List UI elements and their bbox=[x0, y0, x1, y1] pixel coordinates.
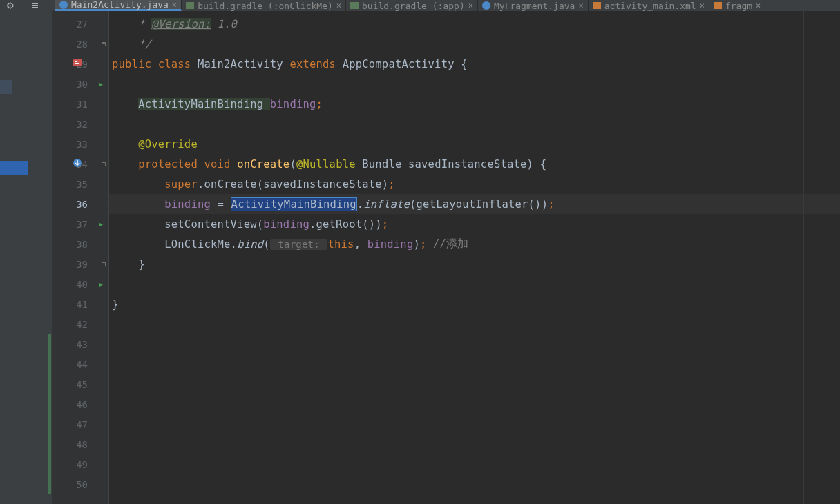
code-line[interactable] bbox=[109, 374, 840, 394]
settings-icon[interactable]: ⚙ bbox=[7, 0, 19, 8]
code-line[interactable]: LOnClickMe.bind( target: this, binding);… bbox=[109, 234, 840, 254]
code-line[interactable]: binding = ActivityMainBinding.inflate(ge… bbox=[109, 194, 840, 214]
run-icon[interactable] bbox=[99, 280, 103, 288]
tab-fragment-xml[interactable]: fragm × bbox=[709, 0, 765, 11]
o: ( bbox=[263, 238, 270, 251]
line-number[interactable]: 37 bbox=[52, 214, 108, 234]
code-line[interactable] bbox=[109, 334, 840, 354]
xml-file-icon bbox=[593, 2, 601, 9]
code-line[interactable]: protected void onCreate(@Nullable Bundle… bbox=[109, 154, 840, 174]
kw: super bbox=[164, 178, 198, 191]
close-icon[interactable]: × bbox=[172, 0, 177, 10]
code-line[interactable] bbox=[109, 474, 840, 494]
code-editor[interactable]: * @Version: 1.0 */ public class Main2Act… bbox=[109, 11, 840, 504]
java-file-icon bbox=[482, 1, 490, 10]
fold-icon[interactable]: ⊟ bbox=[102, 160, 106, 168]
i bbox=[112, 98, 138, 110]
code-line[interactable]: } bbox=[109, 254, 840, 274]
line-number[interactable]: 50 bbox=[52, 474, 108, 494]
close-icon[interactable]: × bbox=[700, 1, 705, 10]
tab-label: build.gradle (:onClickMe) bbox=[198, 1, 333, 11]
tab-activity-main-xml[interactable]: activity_main.xml × bbox=[589, 0, 709, 11]
class-gutter-icon[interactable] bbox=[73, 58, 84, 68]
line-number[interactable]: 49 bbox=[52, 454, 108, 474]
code-line[interactable]: @Override bbox=[109, 134, 840, 154]
annotation: @Override bbox=[138, 138, 198, 151]
code-line[interactable]: ActivityMainBinding binding; bbox=[109, 94, 840, 114]
close-icon[interactable]: × bbox=[336, 1, 341, 10]
close-icon[interactable]: × bbox=[468, 1, 473, 10]
code-line[interactable] bbox=[109, 114, 840, 134]
line-number[interactable]: 47 bbox=[52, 414, 108, 434]
code-line[interactable]: * @Version: 1.0 bbox=[109, 14, 840, 34]
line-number[interactable]: 27 bbox=[52, 14, 108, 34]
line-number[interactable]: 40 bbox=[52, 274, 108, 294]
kw: public bbox=[112, 58, 158, 70]
code-line[interactable] bbox=[109, 354, 840, 374]
line-number[interactable]: 44 bbox=[52, 354, 108, 374]
line-number[interactable]: 42 bbox=[52, 314, 108, 334]
menu-icon[interactable]: ≡ bbox=[32, 0, 44, 8]
line-number[interactable]: 43 bbox=[52, 334, 108, 354]
line-number[interactable]: 28⊟ bbox=[52, 34, 108, 54]
i bbox=[112, 258, 138, 271]
code-line[interactable] bbox=[109, 454, 840, 474]
code-line[interactable]: public class Main2Activity extends AppCo… bbox=[109, 54, 840, 74]
gutter[interactable]: 27 28⊟ 29 30 31 32 33 34 ⊟ 35 36 37 38 3… bbox=[52, 11, 109, 504]
kw: class bbox=[158, 58, 198, 70]
tab-main2activity[interactable]: Main2Activity.java × bbox=[55, 0, 182, 11]
fold-icon[interactable]: ⊟ bbox=[102, 40, 106, 48]
line-number[interactable]: 45 bbox=[52, 374, 108, 394]
kw: extends bbox=[289, 58, 342, 70]
tab-build-gradle-onclickme[interactable]: build.gradle (:onClickMe) × bbox=[182, 0, 346, 11]
code-line[interactable] bbox=[109, 394, 840, 414]
tab-build-gradle-app[interactable]: build.gradle (:app) × bbox=[346, 0, 478, 11]
line-number[interactable]: 30 bbox=[52, 74, 108, 94]
i bbox=[112, 158, 138, 171]
gradle-file-icon bbox=[186, 2, 194, 9]
code-line[interactable] bbox=[109, 274, 840, 294]
line-number[interactable]: 34 ⊟ bbox=[52, 154, 108, 174]
code-line[interactable]: setContentView(binding.getRoot()); bbox=[109, 214, 840, 234]
close-icon[interactable]: × bbox=[578, 1, 583, 10]
eq: = bbox=[211, 198, 231, 211]
code-line[interactable] bbox=[109, 74, 840, 94]
line-number[interactable]: 39⊟ bbox=[52, 254, 108, 274]
vcs-change-marker[interactable] bbox=[48, 334, 51, 494]
svg-rect-1 bbox=[75, 61, 77, 62]
kw: void bbox=[204, 158, 237, 171]
line-number[interactable]: 29 bbox=[52, 54, 108, 74]
line-number[interactable]: 31 bbox=[52, 94, 108, 114]
b: } bbox=[138, 258, 145, 271]
line-number[interactable]: 41 bbox=[52, 294, 108, 314]
line-number[interactable]: 35 bbox=[52, 174, 108, 194]
s: ; bbox=[548, 198, 555, 211]
run-icon[interactable] bbox=[99, 220, 103, 228]
line-number[interactable]: 48 bbox=[52, 434, 108, 454]
line-number[interactable]: 36 bbox=[52, 194, 108, 214]
fold-icon[interactable]: ⊟ bbox=[102, 260, 106, 268]
code-line[interactable] bbox=[109, 434, 840, 454]
line-number[interactable]: 46 bbox=[52, 394, 108, 414]
code-line[interactable]: } bbox=[109, 294, 840, 314]
code-line[interactable]: super.onCreate(savedInstanceState); bbox=[109, 174, 840, 194]
code-line[interactable] bbox=[109, 314, 840, 334]
ver: 1.0 bbox=[211, 18, 237, 30]
run-icon[interactable] bbox=[99, 80, 103, 88]
gradle-file-icon bbox=[350, 2, 359, 9]
project-sidebar[interactable] bbox=[0, 11, 52, 504]
close-icon[interactable]: × bbox=[756, 1, 761, 10]
call: .onCreate(savedInstanceState) bbox=[198, 178, 388, 191]
field: binding bbox=[164, 198, 211, 211]
ann: @Nullable bbox=[296, 158, 362, 171]
override-icon[interactable] bbox=[73, 158, 82, 170]
line-number[interactable]: 32 bbox=[52, 114, 108, 134]
line-number[interactable]: 33 bbox=[52, 134, 108, 154]
tab-myfragment[interactable]: MyFragment.java × bbox=[478, 0, 589, 11]
line-number[interactable]: 38 bbox=[52, 234, 108, 254]
code-line[interactable]: */ bbox=[109, 34, 840, 54]
static-method: bind bbox=[237, 238, 263, 251]
c: * bbox=[138, 18, 151, 30]
svg-rect-2 bbox=[75, 63, 79, 64]
code-line[interactable] bbox=[109, 414, 840, 434]
